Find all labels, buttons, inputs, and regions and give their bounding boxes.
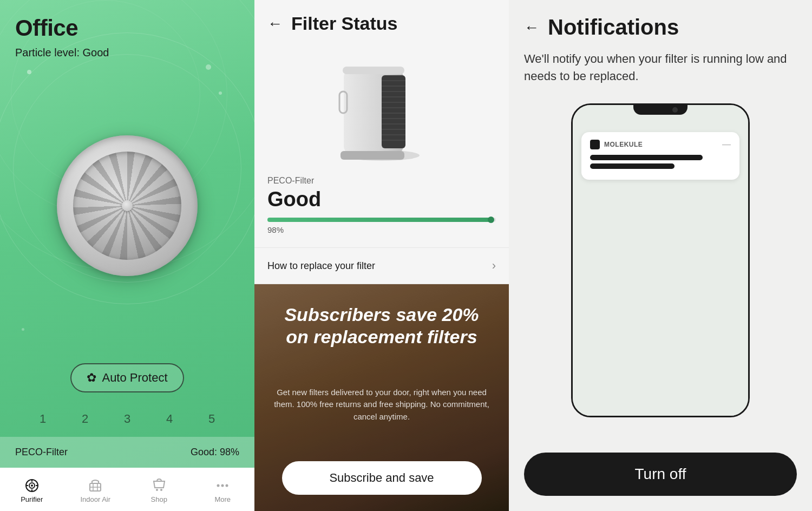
fan-speed-5[interactable]: 5 — [208, 412, 215, 426]
fan-speed-3[interactable]: 3 — [124, 412, 130, 426]
dot-3 — [22, 328, 24, 331]
nav-shop-label: Shop — [151, 495, 167, 503]
fan-icon: ✿ — [87, 371, 96, 385]
filter-progress-bar — [267, 218, 496, 222]
fan-speed-2[interactable]: 2 — [82, 412, 88, 426]
filter-condition: Good — [267, 188, 496, 211]
app-icon — [590, 140, 600, 149]
filter-label: PECO-Filter — [15, 447, 68, 458]
purifier-center-dot — [122, 200, 133, 211]
purifier-inner — [73, 152, 181, 260]
fan-speed-4[interactable]: 4 — [166, 412, 173, 426]
promo-headline: Subscribers save 20% on replacement filt… — [271, 304, 493, 348]
svg-point-13 — [217, 484, 220, 487]
bottom-nav: Purifier Indoor Air Shop — [0, 468, 254, 511]
nav-more[interactable]: More — [204, 478, 241, 503]
purifier-nav-icon — [24, 478, 40, 493]
device-illustration — [328, 48, 436, 162]
app-name: MOLEKULE — [604, 141, 643, 148]
auto-protect-label: Auto Protect — [102, 371, 167, 385]
filter-info: PECO-Filter Good 98% — [254, 167, 509, 243]
filter-progress-fill — [267, 218, 492, 222]
notifications-panel: ← Notifications We'll notify you when yo… — [509, 0, 812, 511]
notifications-title: Notifications — [548, 15, 679, 40]
notifications-header: ← Notifications — [509, 0, 812, 50]
nav-purifier[interactable]: Purifier — [13, 478, 51, 503]
filter-status-title: Filter Status — [291, 13, 397, 34]
svg-point-15 — [226, 484, 228, 487]
phone-mockup-container: MOLEKULE — — [509, 98, 812, 442]
phone-screen: MOLEKULE — — [573, 105, 748, 416]
filter-type-label: PECO-Filter — [267, 176, 496, 186]
dot-4 — [206, 64, 211, 70]
nav-purifier-label: Purifier — [21, 495, 43, 503]
filter-header: ← Filter Status — [254, 0, 509, 43]
notification-app-info: MOLEKULE — [590, 140, 643, 149]
svg-point-14 — [221, 484, 224, 487]
more-nav-icon — [215, 478, 230, 493]
filter-value: Good: 98% — [191, 447, 239, 458]
purifier-device[interactable] — [57, 135, 198, 276]
office-panel: Office Particle level: Good ✿ Auto Prote… — [0, 0, 254, 511]
auto-protect-button[interactable]: ✿ Auto Protect — [70, 363, 184, 392]
fan-speed-1[interactable]: 1 — [40, 412, 46, 426]
dot-1 — [27, 70, 31, 74]
notification-minimize-button[interactable]: — — [722, 140, 731, 149]
svg-point-2 — [31, 484, 33, 487]
svg-point-11 — [156, 489, 158, 491]
purifier-container — [0, 48, 254, 363]
filter-back-button[interactable]: ← — [267, 15, 283, 32]
replace-filter-link[interactable]: How to replace your filter › — [254, 247, 509, 284]
nav-indoor-air-label: Indoor Air — [80, 495, 110, 503]
notification-card-header: MOLEKULE — — [590, 140, 731, 149]
replace-filter-text: How to replace your filter — [267, 260, 375, 272]
svg-rect-32 — [340, 151, 404, 160]
filter-status-bar[interactable]: PECO-Filter Good: 98% — [0, 437, 254, 468]
phone-mockup: MOLEKULE — — [571, 103, 750, 417]
nav-indoor-air[interactable]: Indoor Air — [76, 478, 114, 503]
notifications-description: We'll notify you when your filter is run… — [509, 50, 812, 98]
notifications-back-button[interactable]: ← — [524, 19, 539, 36]
subscribe-save-button[interactable]: Subscribe and save — [282, 461, 482, 495]
notification-line-2 — [590, 163, 675, 169]
promo-subtext: Get new filters delivered to your door, … — [271, 386, 493, 423]
svg-rect-33 — [343, 67, 404, 74]
filter-percent: 98% — [267, 225, 496, 234]
fan-speed-row: 1 2 3 4 5 — [0, 401, 254, 437]
nav-shop[interactable]: Shop — [140, 478, 178, 503]
indoor-air-nav-icon — [88, 478, 103, 493]
dot-2 — [219, 91, 222, 95]
phone-notch — [633, 105, 687, 115]
notification-card: MOLEKULE — — [581, 132, 739, 180]
svg-point-12 — [160, 489, 162, 491]
promo-section: Subscribers save 20% on replacement filt… — [254, 284, 509, 511]
chevron-right-icon: › — [492, 259, 496, 273]
device-image-area — [254, 43, 509, 167]
shop-nav-icon — [152, 478, 167, 493]
nav-more-label: More — [214, 495, 231, 503]
turn-off-button[interactable]: Turn off — [524, 453, 797, 496]
promo-background: Subscribers save 20% on replacement filt… — [254, 284, 509, 511]
notification-line-1 — [590, 155, 703, 160]
filter-status-panel: ← Filter Status — [254, 0, 509, 511]
